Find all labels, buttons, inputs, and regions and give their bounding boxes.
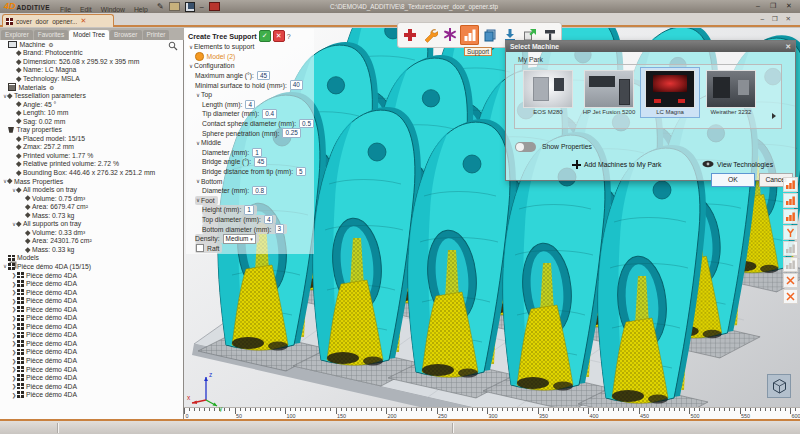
carousel-next-icon[interactable] bbox=[772, 113, 776, 119]
tree-row[interactable]: Technology: MSLA bbox=[0, 74, 183, 83]
tree-row[interactable]: ❯Pièce démo 4DA bbox=[0, 348, 183, 357]
tree-row[interactable]: Brand: Photocentric bbox=[0, 49, 183, 58]
tree-row[interactable]: Area: 6679.47 cm² bbox=[0, 202, 183, 211]
tree-row[interactable]: Machine⚙ bbox=[0, 40, 183, 49]
tree-row[interactable]: Bounding Box: 446.46 x 276.32 x 251.2 mm bbox=[0, 168, 183, 177]
field-value-input[interactable]: 0.4 bbox=[262, 109, 277, 119]
tree-row[interactable]: ∨All models on tray bbox=[0, 185, 183, 194]
window-controls[interactable]: – ❐ ✕ bbox=[756, 2, 796, 10]
tree-row[interactable]: ❯Pièce démo 4DA bbox=[0, 314, 183, 323]
close-tab-icon[interactable]: ✕ bbox=[80, 17, 86, 25]
field-value-input[interactable]: 1 bbox=[252, 148, 262, 158]
tree-row[interactable]: ∨Mass Properties bbox=[0, 177, 183, 186]
field-value-input[interactable]: 0.5 bbox=[299, 119, 314, 129]
machine-card-wr[interactable]: Weirather 3232 bbox=[702, 68, 760, 117]
raft-checkbox[interactable] bbox=[196, 244, 204, 252]
tree-support-button[interactable] bbox=[783, 225, 798, 240]
tree-row[interactable]: Sag: 0.02 mm bbox=[0, 117, 183, 126]
field-value-input[interactable]: 3 bbox=[275, 224, 285, 234]
tree-row[interactable]: Volume: 0.75 dm³ bbox=[0, 194, 183, 203]
tree-row[interactable]: Angle: 45 ° bbox=[0, 100, 183, 109]
open-folder-icon[interactable] bbox=[169, 2, 180, 11]
support-stats-1-button[interactable] bbox=[783, 177, 798, 192]
view-technologies-button[interactable]: View Technologies bbox=[702, 160, 773, 168]
tree-row[interactable]: ❯Pièce démo 4DA bbox=[0, 356, 183, 365]
tree-row[interactable]: Name: LC Magna bbox=[0, 66, 183, 75]
field-value-input[interactable]: 0.8 bbox=[252, 186, 267, 196]
disabled-tool-1-button[interactable] bbox=[783, 241, 798, 256]
tree-row[interactable]: ❯Pièce démo 4DA bbox=[0, 322, 183, 331]
tree-row[interactable]: Printed volume: 1.77 % bbox=[0, 151, 183, 160]
tree-row[interactable]: Models bbox=[0, 254, 183, 263]
machine-card-hp[interactable]: HP Jet Fusion 5200 bbox=[580, 68, 638, 117]
tree-row[interactable]: ∨Tessellation parameters bbox=[0, 91, 183, 100]
support-stats-3-button[interactable] bbox=[783, 209, 798, 224]
field-value-input[interactable]: 5 bbox=[296, 167, 306, 177]
search-icon[interactable] bbox=[168, 41, 178, 51]
density-dropdown[interactable]: Medium▾ bbox=[223, 234, 256, 244]
dialog-close-icon[interactable]: ✕ bbox=[785, 43, 791, 51]
pen-icon[interactable]: ✎ bbox=[157, 2, 164, 11]
dialog-title-bar[interactable]: Select Machine ✕ bbox=[506, 41, 795, 52]
tree-row[interactable]: Mass: 0.73 kg bbox=[0, 211, 183, 220]
tree-row[interactable]: ❯Pièce démo 4DA bbox=[0, 305, 183, 314]
tree-row[interactable]: ❯Pièce démo 4DA bbox=[0, 373, 183, 382]
tree-row[interactable]: ∨All supports on tray bbox=[0, 219, 183, 228]
tree-row[interactable]: ❯Pièce démo 4DA bbox=[0, 390, 183, 399]
field-value-input[interactable]: 40 bbox=[290, 80, 303, 90]
field-value-input[interactable]: 45 bbox=[257, 71, 270, 81]
gear-icon[interactable]: ⚙ bbox=[48, 41, 53, 48]
tree-row[interactable]: ❯Pièce démo 4DA bbox=[0, 365, 183, 374]
apply-check-button[interactable]: ✓ bbox=[259, 30, 271, 42]
toolbar-repair-wrench-button[interactable] bbox=[420, 25, 439, 45]
field-value-input[interactable]: 0.25 bbox=[282, 128, 300, 138]
tree-row[interactable]: Relative printed volume: 2.72 % bbox=[0, 160, 183, 169]
tab-printer[interactable]: Printer bbox=[143, 30, 170, 40]
tree-row[interactable]: ❯Pièce démo 4DA bbox=[0, 296, 183, 305]
toolbar-effects-star-button[interactable] bbox=[440, 25, 459, 45]
document-tab[interactable]: cover_door_opener... ✕ bbox=[2, 14, 114, 27]
delete-support-1-button[interactable] bbox=[783, 273, 798, 288]
tree-row[interactable]: ∨Pièce démo 4DA (15/15) bbox=[0, 262, 183, 271]
tree-row[interactable]: ❯Pièce démo 4DA bbox=[0, 382, 183, 391]
save-icon[interactable] bbox=[185, 2, 195, 12]
tab-explorer[interactable]: Explorer bbox=[1, 30, 33, 40]
model-item-label[interactable]: Model (2) bbox=[207, 53, 236, 60]
tree-row[interactable]: Area: 24301.76 cm² bbox=[0, 237, 183, 246]
tab-model-tree[interactable]: Model Tree bbox=[69, 30, 109, 40]
tree-row[interactable]: Length: 10 mm bbox=[0, 108, 183, 117]
tree-row[interactable]: ❯Pièce démo 4DA bbox=[0, 339, 183, 348]
help-icon[interactable]: ? bbox=[287, 33, 291, 40]
tree-row[interactable]: ❯Pièce démo 4DA bbox=[0, 279, 183, 288]
menu-item-edit[interactable]: Edit bbox=[80, 6, 92, 13]
tab-favorites[interactable]: Favorites bbox=[34, 30, 68, 40]
tab-browser[interactable]: Browser bbox=[110, 30, 141, 40]
view-cube-button[interactable] bbox=[767, 374, 791, 398]
menu-item-help[interactable]: Help bbox=[134, 6, 148, 13]
toolbar-support-button[interactable] bbox=[460, 25, 479, 45]
machine-card-eos[interactable]: EOS M280 bbox=[519, 68, 577, 117]
menu-item-file[interactable]: File bbox=[60, 6, 71, 13]
ok-button[interactable]: OK bbox=[711, 173, 755, 187]
tree-row[interactable]: Tray properties bbox=[0, 125, 183, 134]
add-machines-button[interactable]: Add Machines to My Park bbox=[572, 160, 661, 169]
tree-row[interactable]: Dimension: 526.08 x 295.92 x 395 mm bbox=[0, 57, 183, 66]
toolbar-duplicate-layers-button[interactable] bbox=[480, 25, 499, 45]
menu-item-window[interactable]: Window bbox=[101, 6, 125, 13]
delete-support-2-button[interactable] bbox=[783, 289, 798, 304]
field-value-input[interactable]: 4 bbox=[264, 215, 274, 225]
tree-row[interactable]: Materials⚙ bbox=[0, 83, 183, 92]
cancel-x-button[interactable]: ✕ bbox=[273, 30, 285, 42]
field-value-input[interactable]: 4 bbox=[245, 100, 255, 110]
tree-row[interactable]: Mass: 0.33 kg bbox=[0, 245, 183, 254]
tree-row[interactable]: Zmax: 257.2 mm bbox=[0, 143, 183, 152]
machine-card-lc[interactable]: LC Magna bbox=[641, 68, 699, 117]
tree-row[interactable]: Placed model: 15/15 bbox=[0, 134, 183, 143]
disabled-tool-2-button[interactable] bbox=[783, 257, 798, 272]
tree-row[interactable]: ❯Pièce démo 4DA bbox=[0, 331, 183, 340]
gear-icon[interactable]: ⚙ bbox=[49, 84, 54, 91]
toolbar-add-support-button[interactable] bbox=[400, 25, 419, 45]
tree-row[interactable]: ❯Pièce démo 4DA bbox=[0, 288, 183, 297]
document-window-controls[interactable]: – ❐ ✕ bbox=[760, 15, 794, 23]
print-icon[interactable] bbox=[209, 2, 220, 11]
